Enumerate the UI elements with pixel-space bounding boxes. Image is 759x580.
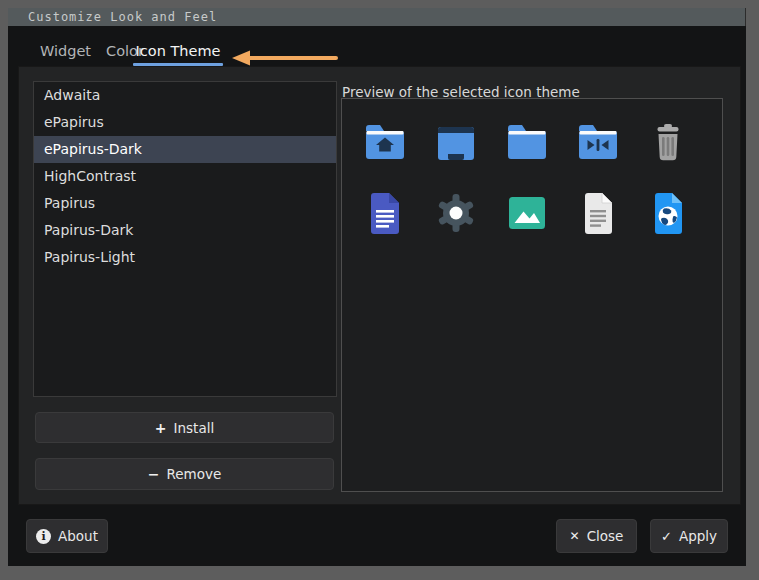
list-item-papirus-light[interactable]: Papirus-Light [34,244,336,271]
list-item-epapirus-dark[interactable]: ePapirus-Dark [34,136,336,163]
info-icon: i [36,529,51,544]
plus-icon: + [155,420,167,436]
list-item-highcontrast[interactable]: HighContrast [34,163,336,190]
settings-gear-icon [432,189,480,237]
window-title: Customize Look and Feel [28,10,217,24]
screenshot-root: { "window": { "title": "Customize Look a… [0,0,759,580]
about-button[interactable]: i About [26,519,108,553]
icon-preview-area [341,98,723,492]
install-button-label: Install [174,420,215,436]
text-file-icon [574,189,622,237]
install-button[interactable]: + Install [35,412,334,443]
list-item-epapirus[interactable]: ePapirus [34,109,336,136]
tab-icon-theme[interactable]: Icon Theme [133,38,223,64]
image-icon [503,189,551,237]
user-home-folder-icon [361,118,409,166]
folder-icon [503,118,551,166]
minus-icon: − [148,466,160,482]
tab-widget-label: Widget [40,43,91,59]
icon-theme-list[interactable]: Adwaita ePapirus ePapirus-Dark HighContr… [33,81,337,397]
tab-widget[interactable]: Widget [33,38,98,64]
close-button-label: Close [587,528,624,544]
remove-button[interactable]: − Remove [35,458,334,490]
html-file-icon [644,189,692,237]
desktop-icon [432,118,480,166]
close-x-icon: ✕ [570,529,580,543]
apply-button-label: Apply [679,528,717,544]
list-item-adwaita[interactable]: Adwaita [34,82,336,109]
about-button-label: About [58,528,98,544]
remove-button-label: Remove [166,466,221,482]
annotation-arrow-icon [230,48,342,68]
document-icon [361,189,409,237]
list-item-papirus[interactable]: Papirus [34,190,336,217]
window-titlebar[interactable]: Customize Look and Feel [8,8,746,26]
close-button[interactable]: ✕ Close [556,519,637,553]
list-item-papirus-dark[interactable]: Papirus-Dark [34,217,336,244]
app-window: Customize Look and Feel Widget Color Ico… [8,8,746,566]
trash-icon [644,118,692,166]
folder-drive-icon [574,118,622,166]
tab-icon-theme-label: Icon Theme [136,43,221,59]
checkmark-icon: ✓ [661,529,672,544]
apply-button[interactable]: ✓ Apply [650,519,728,553]
